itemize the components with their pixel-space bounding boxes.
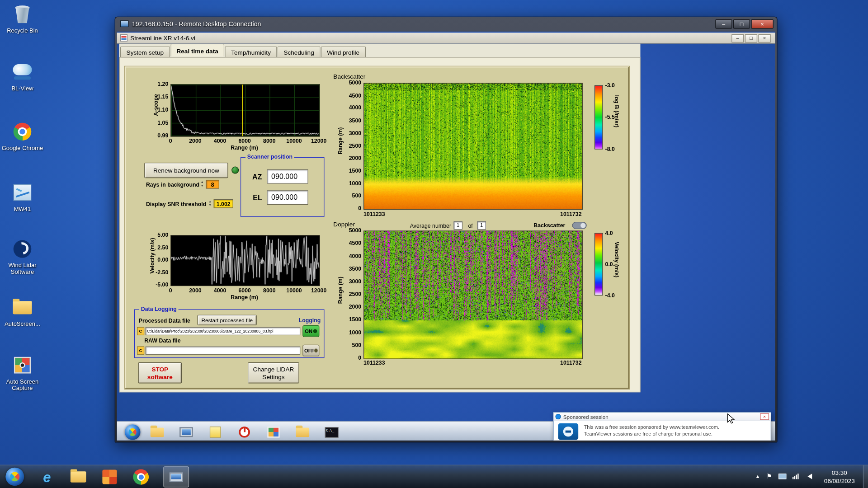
desktop-icon-autoscreen-folder[interactable]: AutoScreen... [1, 296, 43, 327]
processed-path-field[interactable]: C:\Lidar\Data\Proc\2023\202308\20230806\… [146, 327, 301, 335]
change-lidar-settings-button[interactable]: Change LiDAR Settings [248, 362, 299, 384]
tick-label: -2.50 [145, 269, 168, 275]
stop-line1: STOP [151, 366, 168, 372]
action-center-flag-icon[interactable]: ⚑ [766, 473, 772, 480]
teamviewer-logo-icon [558, 423, 579, 440]
app-titlebar[interactable]: StreamLine XR v14-6.vi – □ × [117, 33, 775, 43]
colorbar-tick: -8.0 [605, 146, 615, 152]
tick-label: 0.00 [145, 257, 168, 263]
tick-label: 4000 [207, 138, 233, 144]
tick-label: 1500 [338, 168, 361, 174]
backscatter-x-start: 1011233 [363, 211, 385, 217]
tab-strip: System setupReal time dataTemp/humidityS… [120, 44, 366, 57]
desktop-icon-label: BL-View [1, 84, 43, 91]
display-icon[interactable] [778, 474, 786, 479]
velocity-y-axis-label: Velocity (m/s) [149, 238, 156, 274]
front-panel: A-scope Range (m) Renew background now R… [125, 66, 629, 389]
tick-label: 1.20 [145, 81, 168, 87]
tick-label: 2000 [338, 304, 361, 310]
stop-software-button[interactable]: STOP software [138, 362, 182, 384]
start-orb[interactable] [5, 468, 24, 486]
backscatter-toggle-label: Backscatter [533, 222, 565, 228]
volume-icon[interactable] [805, 474, 812, 479]
processed-logging-toggle-on[interactable]: ON [302, 325, 319, 337]
desktop-icon-recycle-bin[interactable]: Recycle Bin [1, 3, 43, 33]
drive-letter-icon[interactable]: C [137, 327, 144, 335]
tab-system-setup[interactable]: System setup [120, 47, 170, 58]
tab-temp-humidity[interactable]: Temp/humidity [225, 47, 277, 58]
remote-taskbar-folder-icon[interactable] [295, 424, 311, 440]
ascope-graph[interactable] [170, 84, 320, 136]
el-label: EL [253, 194, 262, 202]
backscatter-colorbar-label: log B (/m/sr) [613, 95, 620, 127]
chart-app-icon [1, 182, 43, 204]
remote-taskbar-folder-icon[interactable] [149, 424, 165, 440]
tick-label: 3000 [338, 278, 361, 284]
desktop-icon-label: Wind Lidar Software [1, 262, 43, 275]
tick-label: 8000 [256, 287, 283, 293]
windows-flag-icon [129, 428, 137, 436]
rdp-close-button[interactable]: × [751, 19, 773, 29]
show-desktop-button[interactable] [863, 465, 868, 488]
raw-path-field[interactable] [146, 347, 301, 355]
raw-logging-toggle-off[interactable]: OFF [302, 345, 319, 357]
renew-background-button[interactable]: Renew background now [144, 163, 228, 178]
tab-real-time-data[interactable]: Real time data [170, 44, 224, 56]
rays-in-background-label: Rays in background [146, 182, 199, 188]
popup-titlebar[interactable]: Sponsored session × [554, 413, 771, 421]
tick-label: 2.50 [145, 244, 168, 250]
desktop-icon-mw41[interactable]: MW41 [1, 182, 43, 212]
backscatter-toggle[interactable] [572, 222, 587, 229]
taskbar-clock[interactable]: 03:30 06/08/2023 [816, 469, 863, 485]
spinner-icon[interactable]: ▲▼ [200, 180, 205, 187]
tray-expand-arrow-icon[interactable]: ▲ [755, 474, 760, 479]
az-input[interactable]: 090.000 [267, 169, 308, 184]
average-number-input[interactable]: 1 [453, 221, 462, 230]
tab-page: A-scope Range (m) Renew background now R… [119, 57, 641, 392]
tab-control: System setupReal time dataTemp/humidityS… [119, 44, 641, 392]
average-number-label: Average number [410, 223, 451, 229]
app-minimize-button[interactable]: – [731, 34, 744, 42]
el-input[interactable]: 090.000 [267, 190, 308, 205]
chrome-icon[interactable] [132, 468, 150, 486]
rays-in-background-value[interactable]: 8 [206, 180, 219, 189]
internet-explorer-icon[interactable]: e [38, 468, 56, 486]
snr-threshold-value[interactable]: 1.002 [214, 199, 233, 208]
on-label: ON [305, 328, 312, 334]
remote-taskbar-power-icon[interactable] [236, 424, 252, 440]
remote-start-orb[interactable] [125, 424, 141, 440]
desktop-icon-label: MW41 [1, 205, 43, 212]
rdp-maximize-button[interactable]: □ [733, 19, 750, 29]
remote-taskbar-command-prompt-icon[interactable]: C:\_ [324, 424, 340, 440]
rdp-titlebar[interactable]: 192.168.0.150 - Remote Desktop Connectio… [115, 17, 777, 32]
remote-taskbar-screen-capture-icon[interactable] [266, 424, 282, 440]
desktop-icon-auto-screen-capture[interactable]: Auto Screen Capture [1, 354, 43, 391]
doppler-title: Doppler [333, 221, 355, 228]
colorbar-tick: 4.0 [605, 230, 613, 236]
desktop-icon-bl-view[interactable]: BL-View [1, 61, 43, 91]
spinner-icon[interactable]: ▲▼ [208, 200, 212, 206]
remote-desktop-icon [170, 472, 183, 482]
desktop-icon-google-chrome[interactable]: Google Chrome [1, 121, 43, 151]
scanner-position-group: Scanner position AZ 090.000 EL 090.000 [241, 157, 325, 217]
app-close-button[interactable]: × [759, 34, 771, 42]
remote-desktop-taskbar-button[interactable] [163, 466, 189, 488]
restart-processed-file-button[interactable]: Restart processed file [198, 315, 257, 325]
backscatter-x-end: 1011732 [542, 211, 582, 217]
remote-taskbar-app-window-icon[interactable] [179, 424, 194, 440]
desktop-icon-wind-lidar[interactable]: Wind Lidar Software [1, 238, 43, 275]
doppler-x-start: 1011233 [363, 360, 385, 366]
stop-line2: software [147, 374, 173, 380]
app-tiles-icon[interactable] [101, 468, 119, 486]
tick-label: 5000 [338, 227, 361, 233]
tab-wind-profile[interactable]: Wind profile [321, 47, 366, 58]
app-maximize-button[interactable]: □ [745, 34, 757, 42]
tick-label: 0 [338, 205, 361, 211]
network-icon[interactable] [793, 474, 799, 479]
explorer-folder-icon[interactable] [69, 468, 87, 486]
remote-taskbar-notes-icon[interactable] [208, 424, 223, 440]
drive-letter-icon[interactable]: C [137, 347, 144, 355]
rdp-minimize-button[interactable]: – [715, 19, 732, 29]
tab-scheduling[interactable]: Scheduling [278, 47, 321, 58]
popup-close-button[interactable]: × [760, 413, 769, 420]
